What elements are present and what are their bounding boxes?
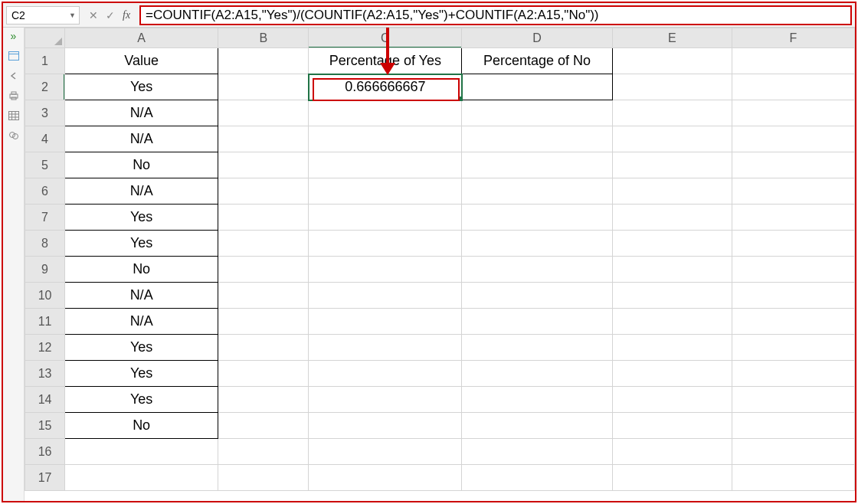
cell[interactable] (309, 465, 462, 491)
row-header[interactable]: 10 (25, 283, 65, 309)
cell[interactable] (309, 335, 462, 361)
cell[interactable] (732, 126, 854, 152)
row-header[interactable]: 1 (25, 48, 65, 74)
cell[interactable] (218, 205, 309, 231)
cancel-formula-icon[interactable]: ✕ (89, 9, 98, 21)
cell-A12[interactable]: Yes (65, 335, 218, 361)
row-header[interactable]: 6 (25, 178, 65, 205)
cell[interactable] (218, 309, 309, 335)
row-header[interactable]: 12 (25, 335, 65, 361)
cell[interactable] (732, 361, 854, 387)
print-icon[interactable] (8, 90, 20, 101)
cell[interactable] (218, 231, 309, 257)
row-header[interactable]: 17 (25, 465, 65, 491)
cell[interactable] (462, 178, 612, 205)
cell[interactable] (612, 205, 732, 231)
row-header[interactable]: 4 (25, 126, 65, 152)
cell-B1[interactable] (218, 48, 309, 74)
window-icon[interactable] (8, 51, 20, 61)
cell[interactable] (732, 205, 854, 231)
col-header-E[interactable]: E (612, 28, 732, 48)
row-header[interactable]: 2 (25, 74, 65, 100)
cell[interactable] (462, 283, 612, 309)
cell[interactable] (309, 283, 462, 309)
cell-F2[interactable] (732, 74, 854, 100)
cell[interactable] (462, 100, 612, 126)
row-header[interactable]: 11 (25, 309, 65, 335)
find-icon[interactable] (8, 130, 20, 141)
cell-A2[interactable]: Yes (65, 74, 218, 100)
cell[interactable] (309, 231, 462, 257)
cell[interactable] (612, 283, 732, 309)
cell[interactable] (612, 465, 732, 491)
cell[interactable] (65, 465, 218, 491)
cell[interactable] (309, 439, 462, 465)
cell[interactable] (65, 439, 218, 465)
cell-A14[interactable]: Yes (65, 387, 218, 413)
cell[interactable] (309, 309, 462, 335)
cell[interactable] (218, 413, 309, 439)
row-header[interactable]: 15 (25, 413, 65, 439)
cell-A13[interactable]: Yes (65, 361, 218, 387)
col-header-B[interactable]: B (218, 28, 309, 48)
cell[interactable] (732, 283, 854, 309)
cell[interactable] (309, 387, 462, 413)
cell[interactable] (732, 439, 854, 465)
cell[interactable] (218, 439, 309, 465)
cell[interactable] (732, 387, 854, 413)
cell[interactable] (612, 335, 732, 361)
cell[interactable] (732, 465, 854, 491)
cell[interactable] (218, 257, 309, 283)
cell[interactable] (462, 413, 612, 439)
cell[interactable] (612, 309, 732, 335)
cell-A7[interactable]: Yes (65, 205, 218, 231)
cell[interactable] (732, 335, 854, 361)
cell[interactable] (612, 439, 732, 465)
cell[interactable] (732, 257, 854, 283)
cell[interactable] (612, 126, 732, 152)
cell[interactable] (612, 178, 732, 205)
cell-A4[interactable]: N/A (65, 126, 218, 152)
formula-bar[interactable]: =COUNTIF(A2:A15,"Yes")/(COUNTIF(A2:A15,"… (139, 5, 852, 25)
enter-formula-icon[interactable]: ✓ (106, 9, 115, 21)
cell-C2[interactable]: 0.666666667 (309, 74, 462, 100)
cell[interactable] (309, 257, 462, 283)
cell[interactable] (462, 361, 612, 387)
cell[interactable] (218, 465, 309, 491)
row-header[interactable]: 13 (25, 361, 65, 387)
col-header-D[interactable]: D (462, 28, 612, 48)
cell[interactable] (462, 465, 612, 491)
row-header[interactable]: 5 (25, 152, 65, 178)
select-all-corner[interactable] (25, 28, 65, 48)
cell[interactable] (612, 387, 732, 413)
row-header[interactable]: 7 (25, 205, 65, 231)
cell-A5[interactable]: No (65, 152, 218, 178)
col-header-C[interactable]: C (309, 28, 462, 48)
cell-grid[interactable]: A B C D E F 1 Value Percentage of Yes P (25, 28, 855, 491)
cell[interactable] (612, 413, 732, 439)
cell[interactable] (309, 361, 462, 387)
cell[interactable] (732, 413, 854, 439)
cell[interactable] (218, 126, 309, 152)
cell-C1[interactable]: Percentage of Yes (309, 48, 462, 74)
cell-D2[interactable] (462, 74, 612, 100)
cell[interactable] (462, 387, 612, 413)
cell[interactable] (462, 309, 612, 335)
cell[interactable] (732, 152, 854, 178)
row-header[interactable]: 9 (25, 257, 65, 283)
grid-icon[interactable] (8, 110, 20, 121)
cell[interactable] (309, 205, 462, 231)
cell[interactable] (612, 257, 732, 283)
name-box[interactable]: C2 ▼ (6, 6, 80, 25)
cell-F1[interactable] (732, 48, 854, 74)
cell[interactable] (462, 335, 612, 361)
cell-A6[interactable]: N/A (65, 178, 218, 205)
cell[interactable] (732, 309, 854, 335)
cell[interactable] (462, 439, 612, 465)
cell[interactable] (612, 361, 732, 387)
cell[interactable] (218, 283, 309, 309)
cell[interactable] (309, 413, 462, 439)
cell-A9[interactable]: No (65, 257, 218, 283)
cell[interactable] (732, 231, 854, 257)
row-header[interactable]: 8 (25, 231, 65, 257)
